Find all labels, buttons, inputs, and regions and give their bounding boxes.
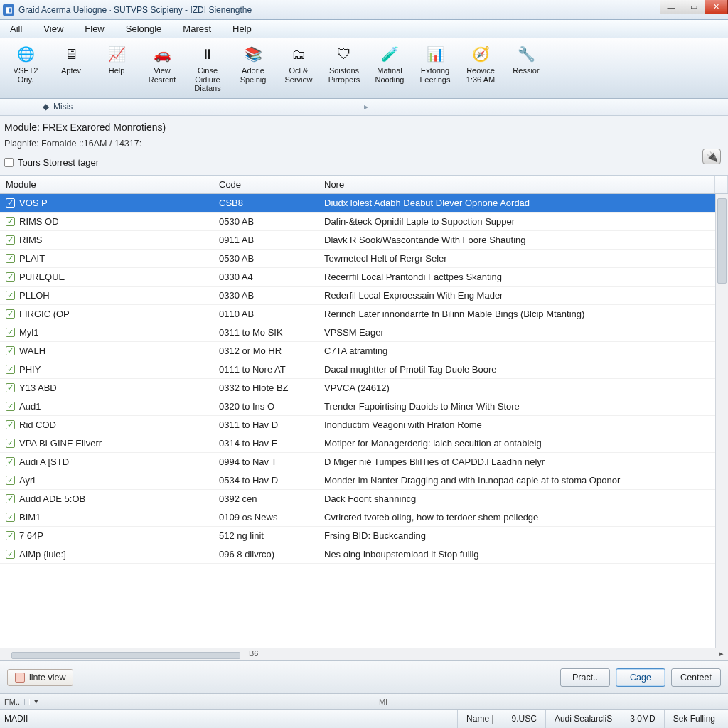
row-note: Trender Fapoirtising Daoids to Miner Wit… (318, 401, 715, 412)
maximize-button[interactable]: ▭ (682, 0, 705, 14)
row-note: Frsing BID: Buckcanding (318, 530, 715, 541)
ribbon-cinse[interactable]: ⏸CinseOidiure Diatans (186, 43, 229, 95)
check-icon[interactable]: ✓ (6, 531, 15, 540)
col-code[interactable]: Code (213, 176, 318, 193)
ribbon-extoring[interactable]: 📊ExtoringFeerings (414, 43, 456, 95)
table-row[interactable]: ✓FIRGIC (OP0110 ABRerinch Later innondar… (0, 305, 715, 323)
table-row[interactable]: ✓WALH0312 or Mo HRC7TA atramting (0, 342, 715, 360)
minimize-button[interactable]: — (660, 0, 682, 14)
slim-left: FM.. (4, 697, 20, 706)
row-code: 0111 to Nore AT (213, 364, 318, 375)
row-note: Dack Foont shannincg (318, 493, 715, 504)
check-icon[interactable]: ✓ (6, 291, 15, 300)
row-module: VOS P (19, 198, 48, 208)
check-icon[interactable]: ✓ (6, 272, 15, 282)
check-icon[interactable]: ✓ (6, 402, 15, 411)
ribbon-adobe[interactable]: 📚AdorieSpeinig (232, 43, 274, 95)
menubar: Aill View Flew Selongle Marest Help (0, 20, 728, 38)
row-code: 0314 to Hav F (213, 438, 318, 449)
check-icon[interactable]: ✓ (6, 328, 15, 337)
row-module: Myl1 (19, 327, 38, 338)
table-row[interactable]: ✓Rid COD0311 to Hav DInonductim Veagoni … (0, 416, 715, 434)
col-module[interactable]: Module (0, 176, 213, 193)
table-row[interactable]: ✓Aud10320 to Ins OTrender Fapoirtising D… (0, 397, 715, 416)
help-icon: 📈 (106, 45, 127, 63)
ribbon-ocl[interactable]: 🗂Ocl &Serview (277, 43, 320, 95)
check-icon[interactable]: ✓ (6, 235, 15, 245)
row-note: Recerrfil Local Prantondi Facttpes Skant… (318, 272, 715, 282)
ressior-icon: 🔧 (515, 45, 537, 63)
col-note[interactable]: Nore (318, 176, 715, 193)
plug-button[interactable]: 🔌 (702, 149, 721, 164)
table-row[interactable]: ✓Audd ADE 5:OB0392 cenDack Foont shannin… (0, 490, 715, 508)
check-icon[interactable]: ✓ (6, 494, 15, 503)
row-code: 0311 to Hav D (213, 419, 318, 430)
status-usc: 9.USC (503, 710, 545, 728)
linte-view-label: linte view (29, 673, 65, 682)
check-icon[interactable]: ✓ (6, 550, 15, 559)
table-row[interactable]: ✓7 64P512 ng linitFrsing BID: Buckcandin… (0, 527, 715, 545)
table-row[interactable]: ✓VPA BLGINE Eliverr0314 to Hav FMotiper … (0, 434, 715, 453)
table-row[interactable]: ✓Myl10311 to Mo SIKVPSSM Eager (0, 323, 715, 342)
check-icon[interactable]: ✓ (6, 439, 15, 448)
table-row[interactable]: ✓BIM10109 os NewsCvrircred tvoteb oling,… (0, 508, 715, 527)
breadcrumb-bullet-icon: ◆ (43, 102, 49, 112)
ribbon-matinal[interactable]: 🧪MatinalNooding (368, 43, 411, 95)
window-buttons: — ▭ ✕ (660, 0, 728, 14)
check-icon[interactable]: ✓ (6, 383, 15, 392)
list-icon (15, 673, 25, 682)
table-row[interactable]: ✓Y13 ABD0332 to Hlote BZVPVCA (24612) (0, 379, 715, 397)
menu-aill[interactable]: Aill (4, 22, 28, 36)
ribbon-ressior[interactable]: 🔧Ressior (505, 43, 547, 95)
table-row[interactable]: ✓RIMS0911 ABDlavk R Sook/Wascontande Wit… (0, 231, 715, 250)
horizontal-scrollbar[interactable]: B6 ▸ (0, 648, 728, 660)
slim-dropdown-icon[interactable]: ▾ (34, 697, 38, 706)
check-icon[interactable]: ✓ (6, 476, 15, 485)
scroll-thumb[interactable] (717, 198, 727, 284)
table-row[interactable]: ✓RIMS OD0530 ABDafin-&teck Opnidil Laple… (0, 213, 715, 231)
table-row[interactable]: ✓VOS PCSB8Diudx lolest Adabh Deabut Dlev… (0, 194, 715, 213)
table-row[interactable]: ✓AIMp {lule:]096 8 dlivrco)Nes oing inbo… (0, 545, 715, 564)
ribbon-toolbar: 🌐VSET2Oriy.🖥Aptev📈Help🚗ViewResrent⏸Cinse… (0, 38, 728, 99)
table-row[interactable]: ✓PLLOH0330 ABRederfil Local Exproessain … (0, 287, 715, 305)
menu-marest[interactable]: Marest (177, 22, 217, 36)
menu-view[interactable]: View (38, 22, 69, 36)
menu-help[interactable]: Help (227, 22, 257, 36)
table-row[interactable]: ✓PUREQUE0330 A4Recerrfil Local Prantondi… (0, 268, 715, 287)
menu-selongle[interactable]: Selongle (120, 22, 168, 36)
check-icon[interactable]: ✓ (6, 198, 15, 208)
tours-toggle[interactable]: Tours Storrest tager (4, 157, 724, 168)
ribbon-soistons[interactable]: 🛡SoistonsPirropers (323, 43, 365, 95)
ribbon-vset2[interactable]: 🌐VSET2Oriy. (4, 43, 47, 95)
hscroll-track[interactable] (11, 650, 717, 660)
check-icon[interactable]: ✓ (6, 365, 15, 374)
ribbon-view-resent[interactable]: 🚗ViewResrent (141, 43, 183, 95)
table-body: ✓VOS PCSB8Diudx lolest Adabh Deabut Dlev… (0, 194, 715, 648)
ribbon-reovice[interactable]: 🧭Reovice1:36 AM (459, 43, 502, 95)
centeet-button[interactable]: Centeet (671, 668, 721, 687)
check-icon[interactable]: ✓ (6, 217, 15, 226)
breadcrumb-arrow-icon[interactable]: ▸ (364, 102, 368, 112)
check-icon[interactable]: ✓ (6, 513, 15, 522)
hscroll-right-arrow-icon[interactable]: ▸ (717, 649, 727, 658)
table-row[interactable]: ✓PHIY0111 to Nore ATDacal mughtter of Pm… (0, 360, 715, 379)
checkbox-icon[interactable] (4, 158, 14, 167)
check-icon[interactable]: ✓ (6, 457, 15, 466)
cage-button[interactable]: Cage (616, 668, 665, 687)
table-row[interactable]: ✓Audi A [STD0994 to Nav TD Miger nié Tum… (0, 453, 715, 471)
menu-flew[interactable]: Flew (79, 22, 109, 36)
ribbon-help[interactable]: 📈Help (95, 43, 138, 95)
table-row[interactable]: ✓PLAIT0530 ABTewmetecl Helt of Rergr Sel… (0, 250, 715, 268)
status-audi: Audi SealarcliS (545, 710, 621, 728)
check-icon[interactable]: ✓ (6, 309, 15, 318)
breadcrumb-label[interactable]: Misis (53, 102, 73, 112)
pract-button[interactable]: Pract.. (560, 668, 610, 687)
ribbon-aptev[interactable]: 🖥Aptev (50, 43, 92, 95)
check-icon[interactable]: ✓ (6, 254, 15, 263)
vertical-scrollbar[interactable] (715, 194, 728, 648)
check-icon[interactable]: ✓ (6, 346, 15, 355)
check-icon[interactable]: ✓ (6, 420, 15, 429)
table-row[interactable]: ✓Ayrl0534 to Hav DMonder im Nanter Dragg… (0, 471, 715, 490)
linte-view-button[interactable]: linte view (7, 669, 73, 686)
close-button[interactable]: ✕ (705, 0, 728, 14)
